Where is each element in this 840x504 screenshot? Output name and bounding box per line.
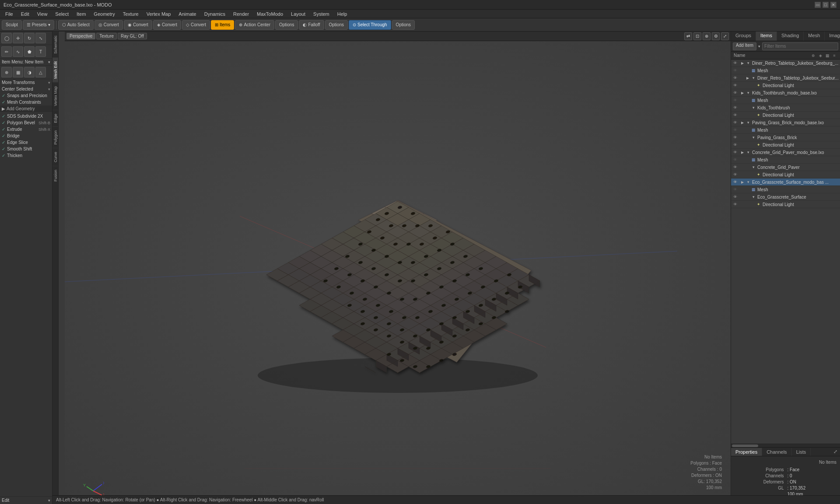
tool-paint-btn[interactable]: ⬟ bbox=[24, 46, 35, 57]
vis-icon-10[interactable]: 👁 bbox=[732, 127, 738, 133]
viewport[interactable]: Perspective Texture Ray GL: Off ⇄ ⊡ ⊕ ⚙ … bbox=[65, 32, 731, 504]
viewport-raygl-tab[interactable]: Ray GL: Off bbox=[118, 33, 147, 39]
menu-render[interactable]: Render bbox=[230, 10, 252, 18]
mesh-constraints-item[interactable]: ✓ Mesh Constraints bbox=[0, 99, 52, 105]
transform-icon-2[interactable]: ▦ bbox=[13, 67, 23, 77]
tree-item-12[interactable]: 👁 ▶ ✦ Directional Light bbox=[731, 141, 840, 149]
transform-icon-1[interactable]: ⊕ bbox=[1, 67, 12, 77]
more-transforms-item[interactable]: More Transforms ▾ bbox=[0, 79, 52, 86]
vis-icon-8[interactable]: 👁 bbox=[732, 112, 738, 118]
vis-icon-18[interactable]: 👁 bbox=[732, 186, 738, 192]
add-item-dropdown[interactable]: ▾ bbox=[757, 44, 761, 49]
vtab-curve[interactable]: Curve bbox=[52, 148, 58, 166]
tree-item-2[interactable]: 👁 ▶ ▦ Mesh bbox=[731, 67, 840, 74]
items-button[interactable]: ⊞ Items bbox=[211, 20, 234, 30]
options-button-2[interactable]: Options bbox=[325, 20, 348, 30]
viewport-fit-icon[interactable]: ⊡ bbox=[693, 32, 701, 40]
add-item-button[interactable]: Add Item bbox=[733, 42, 756, 50]
tool-text-btn[interactable]: T bbox=[35, 46, 46, 57]
snaps-precision-item[interactable]: ✓ Snaps and Precision bbox=[0, 92, 52, 99]
select-through-button[interactable]: ⊙ Select Through bbox=[349, 20, 391, 30]
vis-icon-5[interactable]: 👁 bbox=[732, 90, 738, 96]
menu-vertex-map[interactable]: Vertex Map bbox=[143, 10, 175, 18]
convert-button-4[interactable]: ◇ Convert bbox=[182, 20, 210, 30]
convert-button-1[interactable]: ◎ Convert bbox=[94, 20, 123, 30]
tab-lists[interactable]: Lists bbox=[792, 448, 811, 456]
smooth-shift-item[interactable]: ✓ Smooth Shift bbox=[0, 146, 52, 152]
tool-move-btn[interactable]: ✛ bbox=[13, 33, 23, 43]
arrow-13[interactable]: ▶ bbox=[740, 150, 745, 155]
menu-view[interactable]: View bbox=[34, 10, 51, 18]
tree-item-1[interactable]: 👁 ▶ ▾ Diner_Retro_Tabletop_Jukebox_Seebu… bbox=[731, 60, 840, 67]
vtab-fusion[interactable]: Fusion bbox=[52, 166, 58, 185]
tab-properties[interactable]: Properties bbox=[731, 448, 762, 456]
tool-scale-btn[interactable]: ⤡ bbox=[35, 33, 46, 43]
props-expand-btn[interactable]: ⤢ bbox=[831, 448, 840, 456]
vis-icon-17[interactable]: 👁 bbox=[732, 179, 738, 185]
tree-item-6[interactable]: 👁 ▶ ▦ Mesh bbox=[731, 97, 840, 104]
tree-item-13[interactable]: 👁 ▶ ▾ Concrete_Grid_Paver_modo_bse.lxo bbox=[731, 149, 840, 156]
tree-item-7[interactable]: 👁 ▶ ▾ Kids_Toothbrush bbox=[731, 104, 840, 112]
tool-rotate-btn[interactable]: ↻ bbox=[24, 33, 35, 43]
tab-mesh[interactable]: Mesh bbox=[804, 32, 825, 41]
tool-curve-btn[interactable]: ∿ bbox=[13, 46, 23, 57]
col-icon-4[interactable]: ≡ bbox=[831, 52, 837, 59]
tab-channels[interactable]: Channels bbox=[762, 448, 791, 456]
viewport-maximize-icon[interactable]: ⤢ bbox=[721, 32, 729, 40]
arrow-3[interactable]: ▶ bbox=[745, 75, 750, 80]
tree-item-3[interactable]: 👁 ▶ ▾ Diner_Retro_Tabletop_Jukebox_Seebu… bbox=[731, 74, 840, 82]
vis-icon-20[interactable]: 👁 bbox=[732, 201, 738, 207]
falloff-button[interactable]: ◐ Falloff bbox=[299, 20, 324, 30]
tab-groups[interactable]: Groups bbox=[731, 32, 756, 41]
vis-icon-16[interactable]: 👁 bbox=[732, 172, 738, 178]
tree-item-4[interactable]: 👁 ▶ ✦ Directional Light bbox=[731, 82, 840, 89]
vis-icon-9[interactable]: 👁 bbox=[732, 119, 738, 126]
menu-edit[interactable]: Edit bbox=[18, 10, 33, 18]
menu-system[interactable]: System bbox=[310, 10, 333, 18]
item-menu-dropdown[interactable]: ▾ bbox=[48, 60, 50, 64]
vtab-mesh-edit[interactable]: Mesh Edit bbox=[52, 57, 58, 82]
menu-select[interactable]: Select bbox=[52, 10, 72, 18]
tool-select-btn[interactable]: ◯ bbox=[1, 33, 12, 43]
tree-item-17[interactable]: 👁 ▶ ▾ Eco_Grasscrete_Surface_modo_bas ..… bbox=[731, 178, 840, 186]
options-button-3[interactable]: Options bbox=[392, 20, 415, 30]
menu-animate[interactable]: Animate bbox=[175, 10, 200, 18]
thicken-item[interactable]: ✓ Thicken bbox=[0, 152, 52, 159]
sculpt-button[interactable]: Sculpt bbox=[2, 20, 22, 30]
vis-icon-12[interactable]: 👁 bbox=[732, 142, 738, 148]
polygon-bevel-item[interactable]: ✓ Polygon Bevel Shift-B bbox=[0, 119, 52, 126]
filter-items-input[interactable] bbox=[762, 42, 838, 50]
tab-items[interactable]: Items bbox=[756, 32, 777, 41]
tree-item-8[interactable]: 👁 ▶ ✦ Directional Light bbox=[731, 112, 840, 119]
tab-images[interactable]: Images bbox=[825, 32, 840, 41]
arrow-5[interactable]: ▶ bbox=[740, 90, 745, 95]
viewport-perspective-tab[interactable]: Perspective bbox=[66, 33, 95, 39]
edit-dropdown[interactable]: ▾ bbox=[48, 498, 50, 503]
minimize-button[interactable]: — bbox=[815, 2, 821, 8]
presets-button[interactable]: ☰ Presets ▾ bbox=[23, 20, 54, 30]
menu-layout[interactable]: Layout bbox=[287, 10, 309, 18]
tree-item-14[interactable]: 👁 ▶ ▦ Mesh bbox=[731, 156, 840, 164]
transform-icon-4[interactable]: △ bbox=[35, 67, 46, 77]
vis-icon-14[interactable]: 👁 bbox=[732, 157, 738, 163]
tab-shading[interactable]: Shading bbox=[777, 32, 804, 41]
extrude-item[interactable]: ✓ Extrude Shift-X bbox=[0, 126, 52, 133]
col-icon-2[interactable]: ◈ bbox=[817, 52, 823, 59]
vis-icon-2[interactable]: 👁 bbox=[732, 67, 738, 74]
menu-dynamics[interactable]: Dynamics bbox=[201, 10, 229, 18]
action-center-button[interactable]: ⊕ Action Center bbox=[235, 20, 274, 30]
sds-subdivide-item[interactable]: ✓ SDS Subdivide 2X bbox=[0, 113, 52, 119]
tree-item-18[interactable]: 👁 ▶ ▦ Mesh bbox=[731, 186, 840, 193]
tree-item-20[interactable]: 👁 ▶ ✦ Directional Light bbox=[731, 201, 840, 208]
auto-select-button[interactable]: ⬡ Auto Select bbox=[58, 20, 94, 30]
tool-pen-btn[interactable]: ✏ bbox=[1, 46, 12, 57]
vis-icon-15[interactable]: 👁 bbox=[732, 164, 738, 170]
arrow-9[interactable]: ▶ bbox=[740, 120, 745, 125]
viewport-sync-icon[interactable]: ⇄ bbox=[684, 32, 692, 40]
vis-icon-7[interactable]: 👁 bbox=[732, 105, 738, 111]
convert-button-2[interactable]: ◉ Convert bbox=[124, 20, 152, 30]
maximize-button[interactable]: □ bbox=[822, 2, 829, 8]
menu-geometry[interactable]: Geometry bbox=[90, 10, 118, 18]
tree-item-11[interactable]: 👁 ▶ ▾ Paving_Grass_Brick bbox=[731, 134, 840, 141]
col-icon-3[interactable]: ▦ bbox=[824, 52, 830, 59]
